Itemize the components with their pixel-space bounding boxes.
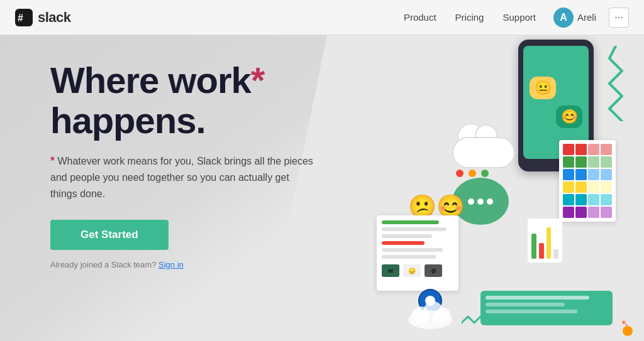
document-panel: ✉ 😞 ⚙ <box>377 215 458 291</box>
title-asterisk: * <box>251 60 265 100</box>
cloud-main <box>452 137 515 168</box>
swatch <box>588 144 599 155</box>
swatch <box>575 169 587 180</box>
swatch <box>563 169 574 180</box>
color-swatches <box>559 140 616 222</box>
swatch <box>588 181 599 193</box>
speech-dot <box>477 198 484 205</box>
hero-subtitle: * Whatever work means for you, Slack bri… <box>50 152 314 202</box>
cloud-shape <box>446 124 521 168</box>
swatch <box>588 169 599 180</box>
hero-section: Where work* happens. * Whatever work mea… <box>50 60 314 269</box>
cloud-dot-orange <box>469 170 476 177</box>
swatch <box>601 207 612 218</box>
swatch <box>575 194 587 205</box>
avatar: A <box>553 8 574 28</box>
cloud-dots <box>456 170 489 177</box>
doc-line <box>382 255 436 259</box>
swatch <box>563 194 574 205</box>
swatch <box>563 144 574 155</box>
sign-in-link[interactable]: Sign in <box>158 260 184 269</box>
speech-dot <box>487 198 493 205</box>
speech-dot <box>468 198 474 205</box>
logo-text: slack <box>38 9 71 26</box>
swatch <box>575 181 587 193</box>
subtitle-text: Whatever work means for you, Slack bring… <box>50 156 313 199</box>
cloud-illustration <box>446 124 521 168</box>
subtitle-asterisk: * <box>50 154 55 167</box>
main-nav: Product Pricing Support A Areli ··· <box>396 5 629 30</box>
cloud-bottom <box>405 298 455 332</box>
svg-text:#: # <box>18 13 23 23</box>
swatch <box>575 207 587 218</box>
chat-bubble-received: 😐 <box>530 77 556 99</box>
title-line2: happens. <box>50 100 206 141</box>
speech-dots <box>468 198 493 205</box>
swatch <box>563 156 574 168</box>
bar-chart <box>528 219 562 263</box>
nav-pricing[interactable]: Pricing <box>448 8 492 26</box>
nav-support[interactable]: Support <box>495 8 543 26</box>
already-text: Already joined a Slack team? <box>50 260 156 269</box>
sign-in-prompt: Already joined a Slack team? Sign in <box>50 260 314 269</box>
chat-bubble-sent: 😊 <box>556 106 582 128</box>
doc-line <box>382 227 447 231</box>
swatch <box>588 156 599 168</box>
get-started-button[interactable]: Get Started <box>50 220 169 250</box>
swatch <box>601 194 612 205</box>
swatch <box>601 169 612 180</box>
cloud-dot-red <box>456 170 464 177</box>
doc-lines: ✉ 😞 ⚙ <box>377 215 458 282</box>
hero-illustration: 😐 😊 <box>330 35 644 341</box>
main-content: Where work* happens. * Whatever work mea… <box>0 35 644 341</box>
username-label: Areli <box>577 12 596 23</box>
nav-product[interactable]: Product <box>396 8 444 26</box>
swatch <box>588 207 599 218</box>
title-line1: Where work <box>50 60 251 100</box>
swatch <box>588 194 599 205</box>
logo[interactable]: # slack <box>15 9 71 26</box>
cloud-dot-green <box>481 170 489 177</box>
header: # slack Product Pricing Support A Areli … <box>0 0 644 35</box>
swatch <box>563 181 574 193</box>
zigzag-decoration <box>606 46 625 124</box>
doc-line <box>382 248 443 252</box>
swatch <box>601 144 612 155</box>
swatch <box>601 181 612 193</box>
swatch <box>601 156 612 168</box>
more-button[interactable]: ··· <box>609 8 629 28</box>
doc-line <box>382 241 425 245</box>
user-menu[interactable]: A Areli <box>547 5 602 30</box>
swatch <box>575 156 587 168</box>
svg-point-8 <box>435 308 450 323</box>
teal-strip <box>480 291 613 325</box>
doc-line <box>382 220 439 224</box>
hero-title: Where work* happens. <box>50 60 314 141</box>
doc-line <box>382 234 432 238</box>
orange-dot <box>623 326 633 336</box>
zigzag-bottom <box>462 313 487 335</box>
swatch <box>575 144 587 155</box>
slack-logo-icon: # <box>15 9 33 26</box>
swatch <box>563 207 574 218</box>
